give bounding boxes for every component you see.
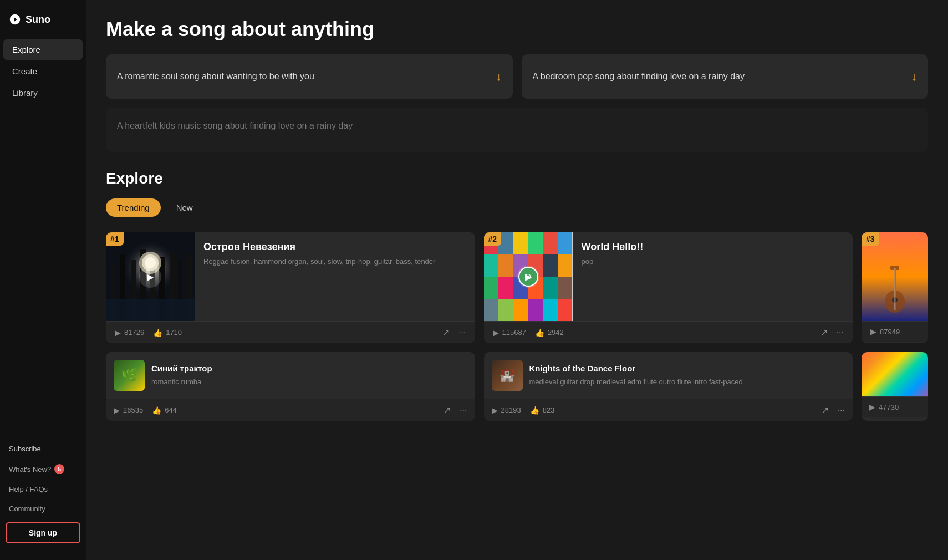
track-card-3-partial[interactable]: #3 ▶ <box>862 232 928 343</box>
track-card-4-bottom: ▶ 26535 👍 644 ↗ ··· <box>106 399 475 421</box>
track-title-1: Остров Невезения <box>203 241 466 253</box>
svg-rect-14 <box>106 299 195 321</box>
track-genre-4: romantic rumba <box>151 376 467 388</box>
like-icon-1: 👍 <box>153 328 162 337</box>
brand-logo[interactable]: Suno <box>0 9 86 39</box>
track-card-1-bottom: ▶ 81726 👍 1710 ↗ ··· <box>106 321 475 343</box>
sidebar-item-community[interactable]: Community <box>0 500 86 518</box>
track-plays-1: ▶ 81726 <box>115 328 144 337</box>
track-card-2-top: #2 <box>484 232 853 321</box>
whats-new-badge: 5 <box>54 464 64 474</box>
track-card-4-top: 🌿 Синий трактор romantic rumba <box>106 352 475 399</box>
guitar-sunset-art <box>862 232 928 321</box>
track-plays-3: ▶ 87949 <box>870 327 900 336</box>
track-thumbnail-1: ▶ <box>106 232 195 321</box>
play-icon-5: ▶ <box>492 406 498 415</box>
track-card-1[interactable]: #1 <box>106 232 475 343</box>
track-info-2: World Hello!! pop <box>573 232 853 321</box>
track-actions-4: ↗ ··· <box>444 405 467 415</box>
sidebar-item-create[interactable]: Create <box>3 61 83 82</box>
sidebar-item-help[interactable]: Help / FAQs <box>0 480 86 498</box>
track-card-6-bottom: ▶ 47730 <box>862 396 928 417</box>
tab-new[interactable]: New <box>165 198 204 217</box>
track-rank-3: #3 <box>862 232 879 246</box>
track-card-4[interactable]: 🌿 Синий трактор romantic rumba ▶ 26535 👍 <box>106 352 475 421</box>
sidebar-item-whats-new[interactable]: What's New? 5 <box>0 459 86 479</box>
like-icon-4: 👍 <box>152 406 161 415</box>
track-title-5: Knights of the Dance Floor <box>529 364 845 373</box>
sidebar-item-subscribe[interactable]: Subscribe <box>0 440 86 458</box>
more-button-1[interactable]: ··· <box>458 328 466 338</box>
more-button-4[interactable]: ··· <box>460 405 467 415</box>
track-likes-2: 👍 2942 <box>535 328 564 337</box>
song-suggestion-2-text: A bedroom pop song about finding love on… <box>533 70 905 83</box>
track-genre-2: pop <box>582 256 844 267</box>
share-button-2[interactable]: ↗ <box>820 327 828 338</box>
track-actions-5: ↗ ··· <box>822 405 845 415</box>
track-plays-2: ▶ 115687 <box>493 328 526 337</box>
sidebar-nav: Explore Create Library <box>0 39 86 435</box>
play-icon-6: ▶ <box>869 403 875 411</box>
play-icon-1: ▶ <box>115 328 121 337</box>
explore-section: Explore Trending New #1 <box>106 170 928 421</box>
explore-title: Explore <box>106 170 928 187</box>
signup-button[interactable]: Sign up <box>6 522 80 543</box>
brand-name: Suno <box>26 14 50 26</box>
track-card-5[interactable]: 🏰 Knights of the Dance Floor medieval gu… <box>484 352 853 421</box>
track-card-2[interactable]: #2 <box>484 232 853 343</box>
suno-logo-icon <box>9 13 21 26</box>
explore-tabs: Trending New <box>106 198 928 217</box>
track-plays-6: ▶ 47730 <box>869 403 899 411</box>
share-button-4[interactable]: ↗ <box>444 405 451 415</box>
track-plays-4: ▶ 26535 <box>114 406 143 415</box>
track-likes-5: 👍 823 <box>530 406 555 415</box>
play-button-2[interactable]: ▶ <box>517 266 539 288</box>
track-info-1: Остров Невезения Reggae fusion, hammond … <box>195 232 475 321</box>
track-card-1-top: #1 <box>106 232 475 321</box>
track-3-bottom: ▶ 87949 <box>862 321 928 342</box>
share-button-1[interactable]: ↗ <box>442 327 450 338</box>
track-title-4: Синий трактор <box>151 364 467 373</box>
song-suggestion-2[interactable]: A bedroom pop song about finding love on… <box>522 54 929 99</box>
play-icon-2: ▶ <box>493 328 499 337</box>
guitar-icon <box>878 260 911 315</box>
more-button-5[interactable]: ··· <box>838 405 845 415</box>
track-actions-1: ↗ ··· <box>442 327 466 338</box>
track-card-2-bottom: ▶ 115687 👍 2942 ↗ ··· <box>484 321 853 343</box>
track-actions-2: ↗ ··· <box>820 327 844 338</box>
arrow-down-icon-1: ↓ <box>496 70 502 83</box>
share-button-5[interactable]: ↗ <box>822 405 829 415</box>
main-content: Make a song about anything A romantic so… <box>86 0 948 560</box>
track-thumbnail-2: O ▶ <box>484 232 573 321</box>
track-genre-1: Reggae fusion, hammond organ, soul, slow… <box>203 256 466 267</box>
arrow-down-icon-2: ↓ <box>911 70 917 83</box>
play-button-1[interactable]: ▶ <box>139 266 161 288</box>
track-title-2: World Hello!! <box>582 241 844 253</box>
tracks-grid-row1: #1 <box>106 232 928 343</box>
song-suggestion-3[interactable]: A heartfelt kids music song about findin… <box>106 108 928 152</box>
play-icon-4: ▶ <box>114 406 120 415</box>
track-info-4: Синий трактор romantic rumba <box>151 364 467 388</box>
play-icon-3: ▶ <box>870 327 876 336</box>
track-thumbnail-6-partial <box>862 352 928 396</box>
hero-title: Make a song about anything <box>106 18 928 41</box>
track-rank-1: #1 <box>106 232 124 246</box>
track-thumbnail-4: 🌿 <box>114 360 145 391</box>
song-suggestion-3-text: A heartfelt kids music song about findin… <box>117 121 353 130</box>
more-button-2[interactable]: ··· <box>837 328 844 338</box>
sidebar-item-explore[interactable]: Explore <box>3 39 83 60</box>
tab-trending[interactable]: Trending <box>106 198 161 217</box>
track-thumbnail-5: 🏰 <box>492 360 523 391</box>
song-suggestion-1[interactable]: A romantic soul song about wanting to be… <box>106 54 513 99</box>
track-info-5: Knights of the Dance Floor medieval guit… <box>529 364 845 388</box>
track-plays-5: ▶ 28193 <box>492 406 521 415</box>
track-likes-1: 👍 1710 <box>153 328 182 337</box>
song-suggestions-row: A romantic soul song about wanting to be… <box>106 54 928 99</box>
sidebar: Suno Explore Create Library Subscribe Wh… <box>0 0 86 560</box>
sidebar-item-library[interactable]: Library <box>3 83 83 103</box>
track-card-6-partial[interactable]: ▶ 47730 <box>862 352 928 421</box>
track-card-5-bottom: ▶ 28193 👍 823 ↗ ··· <box>484 399 853 421</box>
track-card-5-top: 🏰 Knights of the Dance Floor medieval gu… <box>484 352 853 399</box>
track-genre-5: medieval guitar drop medieval edm flute … <box>529 376 845 388</box>
track-likes-4: 👍 644 <box>152 406 177 415</box>
